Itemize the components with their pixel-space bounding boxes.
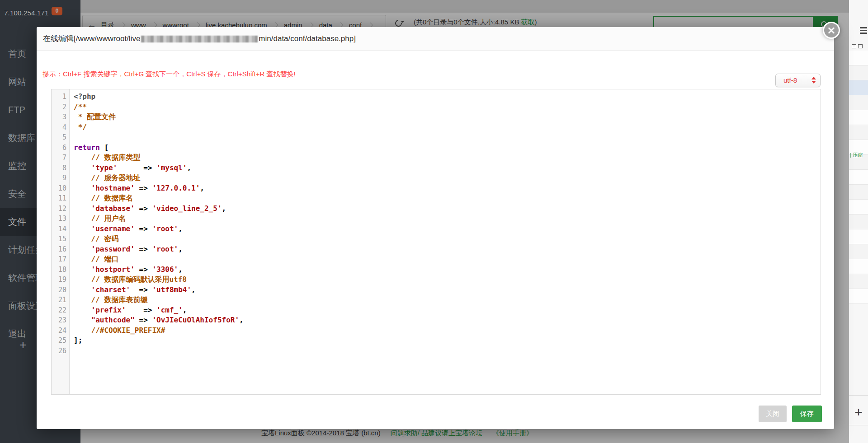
line-number: 7 bbox=[52, 153, 66, 163]
table-row bbox=[849, 65, 868, 80]
line-number: 12 bbox=[52, 204, 66, 214]
line-number: 3 bbox=[52, 112, 66, 122]
line-number: 6 bbox=[52, 143, 66, 153]
code-line: return [ bbox=[74, 143, 821, 153]
code-line: 'type' => 'mysql', bbox=[74, 163, 821, 173]
table-row bbox=[849, 229, 868, 244]
code-line: 'username' => 'root', bbox=[74, 224, 821, 234]
view-toggle-icons[interactable] bbox=[852, 44, 863, 48]
line-number: 23 bbox=[52, 315, 66, 326]
compress-link[interactable]: | 压缩 bbox=[850, 152, 868, 159]
line-number: 19 bbox=[52, 275, 66, 285]
table-row bbox=[849, 289, 868, 304]
table-row bbox=[849, 80, 868, 95]
line-number: 8 bbox=[52, 163, 66, 173]
list-view-icon[interactable] bbox=[852, 44, 856, 48]
line-number: 4 bbox=[52, 122, 66, 133]
code-line: "authcode" => 'OvJIeCuOlAhIof5foR', bbox=[74, 315, 821, 326]
code-line: // 端口 bbox=[74, 254, 821, 265]
line-number: 17 bbox=[52, 254, 66, 265]
code-editor[interactable]: 1234567891011121314151617181920212223242… bbox=[51, 89, 821, 395]
file-table-rows bbox=[849, 51, 868, 304]
line-number: 22 bbox=[52, 305, 66, 316]
censored-path bbox=[141, 36, 258, 42]
code-line: //#COOKIE_PREFIX# bbox=[74, 326, 821, 336]
line-number: 5 bbox=[52, 132, 66, 143]
code-line: * 配置文件 bbox=[74, 112, 821, 122]
line-number: 21 bbox=[52, 295, 66, 305]
line-number: 18 bbox=[52, 265, 66, 275]
code-line: // 数据库表前缀 bbox=[74, 295, 821, 305]
table-divider-bottom bbox=[849, 425, 868, 425]
table-row bbox=[849, 200, 868, 215]
line-number: 10 bbox=[52, 183, 66, 194]
line-number-gutter: 1234567891011121314151617181920212223242… bbox=[52, 89, 70, 394]
line-number: 25 bbox=[52, 336, 66, 346]
add-row-button[interactable]: + bbox=[851, 405, 866, 420]
code-line: */ bbox=[74, 122, 821, 133]
file-table-right-strip: | 压缩 + bbox=[849, 0, 868, 443]
code-line: 'hostname' => '127.0.0.1', bbox=[74, 183, 821, 194]
line-number: 15 bbox=[52, 234, 66, 244]
code-line bbox=[74, 132, 821, 143]
menu-icon[interactable] bbox=[860, 27, 867, 35]
table-row bbox=[849, 170, 868, 185]
line-number: 1 bbox=[52, 92, 66, 102]
code-line: // 数据库类型 bbox=[74, 153, 821, 163]
table-row bbox=[849, 244, 868, 259]
table-row bbox=[849, 95, 868, 110]
code-line: // 服务器地址 bbox=[74, 173, 821, 183]
table-row bbox=[849, 215, 868, 229]
line-number: 26 bbox=[52, 346, 66, 356]
code-line: ]; bbox=[74, 336, 821, 346]
code-line: // 数据库编码默认采用utf8 bbox=[74, 275, 821, 285]
code-line: /** bbox=[74, 102, 821, 112]
code-line: 'prefix' => 'cmf_', bbox=[74, 305, 821, 316]
modal-title-prefix: 在线编辑[/www/wwwroot/live bbox=[43, 34, 140, 43]
save-button[interactable]: 保存 bbox=[792, 406, 822, 422]
code-line: 'password' => 'root', bbox=[74, 244, 821, 255]
table-row bbox=[849, 110, 868, 125]
code-line bbox=[74, 346, 821, 356]
code-lines[interactable]: <?php/** * 配置文件 */return [ // 数据库类型 'typ… bbox=[70, 89, 821, 394]
line-number: 16 bbox=[52, 244, 66, 255]
line-number: 2 bbox=[52, 102, 66, 112]
code-line: 'charset' => 'utf8mb4', bbox=[74, 285, 821, 295]
table-row bbox=[849, 125, 868, 140]
table-divider bbox=[849, 395, 868, 396]
modal-title-suffix: min/data/conf/database.php] bbox=[259, 34, 356, 43]
encoding-select[interactable]: utf-8 bbox=[775, 74, 821, 87]
table-row bbox=[849, 259, 868, 274]
table-row bbox=[849, 274, 868, 289]
modal-close-button[interactable] bbox=[823, 22, 840, 39]
modal-title: 在线编辑[/www/wwwroot/livemin/data/conf/data… bbox=[37, 27, 834, 51]
select-arrows-icon bbox=[811, 77, 816, 84]
line-number: 24 bbox=[52, 326, 66, 336]
line-number: 20 bbox=[52, 285, 66, 295]
code-line: 'hostport' => '3306', bbox=[74, 265, 821, 275]
code-line: // 密码 bbox=[74, 234, 821, 244]
line-number: 13 bbox=[52, 214, 66, 224]
line-number: 14 bbox=[52, 224, 66, 234]
online-edit-modal: 在线编辑[/www/wwwroot/livemin/data/conf/data… bbox=[37, 27, 834, 429]
encoding-value: utf-8 bbox=[783, 76, 797, 84]
code-line: // 用户名 bbox=[74, 214, 821, 224]
shortcut-hint: 提示：Ctrl+F 搜索关键字，Ctrl+G 查找下一个，Ctrl+S 保存，C… bbox=[42, 70, 296, 79]
code-line: 'database' => 'video_line_2_5', bbox=[74, 204, 821, 214]
close-button[interactable]: 关闭 bbox=[759, 406, 787, 422]
table-row bbox=[849, 185, 868, 200]
line-number: 9 bbox=[52, 173, 66, 183]
table-row bbox=[849, 51, 868, 65]
line-number: 11 bbox=[52, 193, 66, 204]
code-line: <?php bbox=[74, 92, 821, 102]
screen: 7.100.254.171 0 首页网站FTP数据库监控安全文件计划任务软件管理… bbox=[0, 0, 868, 443]
code-line: // 数据库名 bbox=[74, 193, 821, 204]
grid-view-icon[interactable] bbox=[858, 44, 863, 48]
